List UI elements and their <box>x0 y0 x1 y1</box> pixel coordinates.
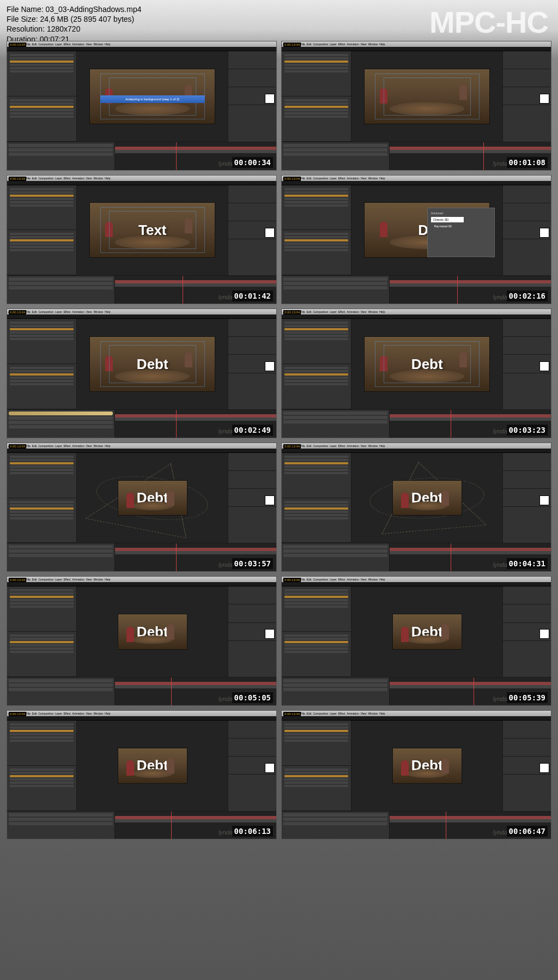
menu-file[interactable]: File <box>301 177 305 180</box>
menu-layer[interactable]: Layer <box>55 578 62 581</box>
project-panel[interactable] <box>7 319 77 409</box>
video-thumbnail-11[interactable]: After EffectsFileEditCompositionLayerEff… <box>7 710 277 840</box>
playhead[interactable] <box>176 410 177 438</box>
menu-file[interactable]: File <box>26 444 31 447</box>
composition-viewer[interactable] <box>351 51 502 142</box>
toolbar[interactable] <box>7 314 276 319</box>
playhead[interactable] <box>474 677 474 705</box>
menu-help[interactable]: Help <box>105 578 110 581</box>
toolbar[interactable] <box>282 449 551 453</box>
menu-layer[interactable]: Layer <box>330 712 337 715</box>
composition-viewer[interactable]: Debt <box>77 319 228 409</box>
menu-layer[interactable]: Layer <box>55 444 62 447</box>
color-swatch[interactable] <box>265 94 275 104</box>
menu-animation[interactable]: Animation <box>72 177 84 180</box>
effects-panel[interactable] <box>502 51 551 142</box>
renderer-dropdown[interactable]: Classic 3D <box>431 217 464 222</box>
composition-viewer[interactable]: Debt <box>77 453 228 543</box>
preview-frame[interactable]: Debt <box>392 748 462 784</box>
menu-edit[interactable]: Edit <box>307 310 312 313</box>
composition-viewer[interactable]: Text <box>77 185 228 276</box>
project-panel[interactable] <box>282 185 351 276</box>
composition-viewer[interactable]: Debt <box>351 453 502 543</box>
menu-help[interactable]: Help <box>105 310 110 313</box>
menu-file[interactable]: File <box>301 712 305 715</box>
menu-window[interactable]: Window <box>368 578 378 581</box>
menu-effect[interactable]: Effect <box>64 310 71 313</box>
menu-help[interactable]: Help <box>379 578 385 581</box>
menu-animation[interactable]: Animation <box>347 43 359 46</box>
menu-help[interactable]: Help <box>105 177 110 180</box>
preview-frame[interactable]: Analyzing in background (step 1 of 2) <box>89 69 215 124</box>
project-panel[interactable] <box>282 51 351 142</box>
menu-composition[interactable]: Composition <box>38 444 53 447</box>
menu-composition[interactable]: Composition <box>313 43 328 46</box>
menu-window[interactable]: Window <box>368 177 378 180</box>
color-swatch[interactable] <box>265 763 275 773</box>
video-thumbnail-1[interactable]: After EffectsFileEditCompositionLayerEff… <box>7 41 277 171</box>
video-thumbnail-4[interactable]: After EffectsFileEditCompositionLayerEff… <box>281 175 551 305</box>
menu-help[interactable]: Help <box>379 444 385 447</box>
current-time[interactable]: 0:00:13:04 <box>9 712 26 716</box>
project-panel[interactable] <box>7 51 77 142</box>
color-swatch[interactable] <box>539 228 549 238</box>
composition-viewer[interactable]: DeAdvancedClassic 3DRay-traced 3D <box>351 185 502 276</box>
menu-composition[interactable]: Composition <box>313 444 328 447</box>
menu-composition[interactable]: Composition <box>313 177 328 180</box>
menu-window[interactable]: Window <box>368 43 378 46</box>
effects-panel[interactable] <box>502 453 551 543</box>
menu-layer[interactable]: Layer <box>55 177 62 180</box>
video-thumbnail-12[interactable]: After EffectsFileEditCompositionLayerEff… <box>281 710 551 840</box>
menu-file[interactable]: File <box>301 310 305 313</box>
menu-view[interactable]: View <box>86 177 92 180</box>
video-thumbnail-6[interactable]: After EffectsFileEditCompositionLayerEff… <box>281 308 551 438</box>
current-time[interactable]: 0:00:13:04 <box>283 578 301 582</box>
menu-composition[interactable]: Composition <box>38 578 53 581</box>
menu-help[interactable]: Help <box>379 712 385 715</box>
color-swatch[interactable] <box>265 228 275 238</box>
video-thumbnail-7[interactable]: After EffectsFileEditCompositionLayerEff… <box>7 443 277 572</box>
menu-layer[interactable]: Layer <box>330 177 337 180</box>
preview-frame[interactable]: Debt <box>118 614 187 650</box>
current-time[interactable]: 0:00:13:04 <box>9 444 26 449</box>
menu-view[interactable]: View <box>86 712 92 715</box>
composition-settings-dialog[interactable]: AdvancedClassic 3DRay-traced 3D <box>427 208 495 257</box>
effects-panel[interactable] <box>502 721 551 811</box>
menu-composition[interactable]: Composition <box>313 310 328 313</box>
menu-animation[interactable]: Animation <box>72 578 84 581</box>
menu-effect[interactable]: Effect <box>338 177 345 180</box>
menu-effect[interactable]: Effect <box>338 712 345 715</box>
menu-effect[interactable]: Effect <box>338 578 345 581</box>
menu-animation[interactable]: Animation <box>347 310 359 313</box>
composition-viewer[interactable]: Debt <box>77 721 228 811</box>
effects-panel[interactable] <box>228 51 276 142</box>
toolbar[interactable] <box>7 47 276 51</box>
menu-layer[interactable]: Layer <box>330 43 337 46</box>
preview-frame[interactable] <box>364 69 490 124</box>
menu-edit[interactable]: Edit <box>32 578 37 581</box>
menu-edit[interactable]: Edit <box>32 310 37 313</box>
menu-layer[interactable]: Layer <box>55 43 62 46</box>
playhead[interactable] <box>451 410 451 438</box>
menu-window[interactable]: Window <box>368 444 378 447</box>
menu-edit[interactable]: Edit <box>307 712 312 715</box>
playhead[interactable] <box>183 276 183 304</box>
composition-viewer[interactable]: Analyzing in background (step 1 of 2) <box>77 51 228 142</box>
toolbar[interactable] <box>282 314 551 319</box>
menu-help[interactable]: Help <box>105 712 110 715</box>
menu-window[interactable]: Window <box>93 310 103 313</box>
current-time[interactable]: 0:00:13:04 <box>283 177 301 181</box>
project-panel[interactable] <box>7 721 77 811</box>
menu-composition[interactable]: Composition <box>38 43 53 46</box>
project-panel[interactable] <box>282 319 351 409</box>
color-swatch[interactable] <box>265 629 275 639</box>
menu-file[interactable]: File <box>26 578 31 581</box>
menu-animation[interactable]: Animation <box>347 578 359 581</box>
video-thumbnail-2[interactable]: After EffectsFileEditCompositionLayerEff… <box>281 41 551 171</box>
menu-animation[interactable]: Animation <box>72 43 84 46</box>
menu-animation[interactable]: Animation <box>72 310 84 313</box>
effects-panel[interactable] <box>228 319 276 409</box>
project-panel[interactable] <box>282 721 351 811</box>
playhead[interactable] <box>171 677 172 705</box>
playhead[interactable] <box>176 543 177 571</box>
